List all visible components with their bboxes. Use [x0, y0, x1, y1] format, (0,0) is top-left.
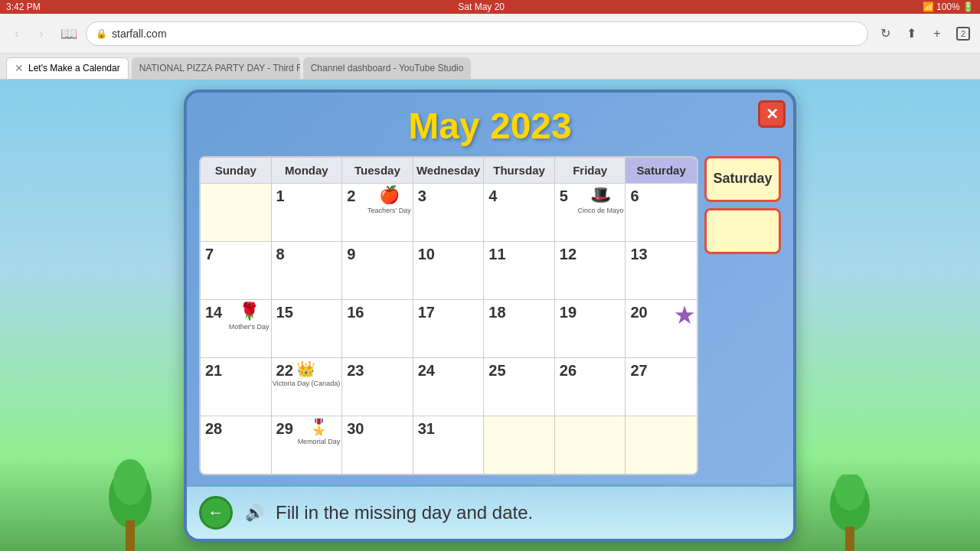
cell-5: 5 🎩 Cinco de Mayo: [555, 184, 626, 241]
cell-15: 15: [272, 300, 343, 357]
calendar-row-3: 14 🌹 Mother's Day 15 16 17 18 19 20 ★: [201, 300, 697, 358]
nav-buttons: ‹ ›: [6, 23, 52, 44]
cell-9: 9: [342, 242, 413, 299]
cell-29: 29 🎖️ Memorial Day: [272, 416, 343, 474]
tab-0[interactable]: ✕ Let's Make a Calendar: [6, 57, 129, 79]
bookmarks-button[interactable]: 📖: [58, 23, 80, 44]
cell-17: 17: [413, 300, 485, 357]
refresh-button[interactable]: ↻: [874, 23, 896, 44]
cell-18: 18: [484, 300, 555, 357]
cell-22-content: 👑 Victoria Day (Canada): [273, 360, 340, 387]
cell-1: 1: [272, 184, 343, 241]
audio-button[interactable]: 🔊: [242, 500, 266, 525]
lock-icon: 🔒: [96, 28, 107, 39]
back-nav-button[interactable]: ‹: [6, 23, 28, 44]
tab-1-label: NATIONAL PIZZA PARTY DAY - Third Friday …: [139, 63, 300, 73]
cell-4: 4: [484, 184, 555, 241]
cell-22: 22 👑 Victoria Day (Canada): [272, 358, 343, 416]
bg-tree-left: [107, 459, 153, 551]
tab-1[interactable]: NATIONAL PIZZA PARTY DAY - Third Friday …: [132, 57, 300, 79]
cell-16: 16: [342, 300, 413, 357]
cell-24: 24: [413, 358, 485, 416]
cell-14-content: 🌹 Mother's Day: [229, 302, 270, 331]
calendar-row-1: 1 2 🍎 Teachers' Day 3 4 5 🎩: [201, 184, 697, 242]
new-tab-button[interactable]: +: [926, 23, 948, 44]
calendar-grid: Sunday Monday Tuesday Wednesday Thursday…: [199, 156, 698, 475]
url-text: starfall.com: [112, 28, 167, 40]
calendar-row-4: 21 22 👑 Victoria Day (Canada) 23 24 25 2…: [201, 358, 697, 416]
sidebar-saturday-box[interactable]: Saturday: [704, 156, 781, 202]
calendar-and-sidebar: Sunday Monday Tuesday Wednesday Thursday…: [199, 156, 781, 475]
cell-3: 3: [413, 184, 485, 241]
calendar-row-2: 7 8 9 10 11 12 13: [201, 242, 697, 300]
status-bar: 3:42 PM Sat May 20 📶 100% 🔋: [0, 0, 980, 14]
close-button[interactable]: ✕: [758, 100, 786, 128]
header-wednesday: Wednesday: [413, 158, 485, 184]
cell-26: 26: [555, 358, 626, 416]
back-button[interactable]: ←: [199, 496, 233, 530]
share-button[interactable]: ⬆: [900, 23, 922, 44]
cell-7: 7: [201, 242, 272, 299]
tab-0-close[interactable]: ✕: [15, 62, 24, 74]
cell-empty-1: [201, 184, 272, 241]
cell-25: 25: [484, 358, 555, 416]
forward-nav-button[interactable]: ›: [31, 23, 52, 44]
cell-2: 2 🍎 Teachers' Day: [342, 184, 413, 241]
sidebar-day-label: Saturday: [713, 171, 772, 187]
cell-19: 19: [555, 300, 626, 357]
calendar-row-5: 28 29 🎖️ Memorial Day 30 31: [201, 416, 697, 474]
browser-chrome: 3:42 PM Sat May 20 📶 100% 🔋 ‹ › 📖 🔒 star…: [0, 0, 980, 80]
status-date: Sat May 20: [458, 2, 505, 12]
header-friday: Friday: [555, 158, 626, 184]
status-icons: 📶 100% 🔋: [923, 2, 974, 12]
cell-21: 21: [201, 358, 272, 416]
svg-point-1: [113, 459, 147, 505]
bottom-section: ← 🔊 Fill in the missing day and date.: [187, 484, 793, 539]
calendar-container: ✕ May 2023 Sunday Monday Tuesday Wednesd…: [184, 90, 796, 542]
cell-8: 8: [272, 242, 343, 299]
cell-27: 27: [626, 358, 697, 416]
address-bar[interactable]: 🔒 starfall.com: [86, 21, 868, 46]
header-saturday: Saturday: [626, 158, 697, 184]
cell-5-content: 🎩 Cinco de Mayo: [577, 185, 623, 214]
cell-empty-2: [484, 416, 555, 474]
tabs-bar: ✕ Let's Make a Calendar NATIONAL PIZZA P…: [0, 54, 980, 80]
header-monday: Monday: [272, 158, 343, 184]
cell-20: 20 ★: [626, 300, 697, 357]
instruction-text: Fill in the missing day and date.: [276, 502, 533, 523]
header-tuesday: Tuesday: [342, 158, 413, 184]
cell-23: 23: [342, 358, 413, 416]
header-sunday: Sunday: [201, 158, 272, 184]
cell-30: 30: [342, 416, 413, 474]
cell-10: 10: [413, 242, 485, 299]
svg-rect-5: [845, 527, 854, 551]
status-time: 3:42 PM: [6, 2, 41, 12]
tab-0-label: Let's Make a Calendar: [28, 63, 120, 73]
cell-2-content: 🍎 Teachers' Day: [368, 185, 411, 214]
tab-2-label: Channel dashboard - YouTube Studio: [311, 63, 464, 73]
main-content: ✕ May 2023 Sunday Monday Tuesday Wednesd…: [0, 80, 980, 551]
cell-12: 12: [555, 242, 626, 299]
sidebar-empty-box[interactable]: [704, 208, 781, 254]
tab-2[interactable]: Channel dashboard - YouTube Studio: [303, 57, 472, 79]
cell-29-content: 🎖️ Memorial Day: [298, 418, 341, 445]
calendar-sidebar: Saturday: [704, 156, 781, 254]
cell-28: 28: [201, 416, 272, 474]
bg-tree-right: [827, 474, 873, 551]
calendar-title: May 2023: [199, 105, 781, 147]
cell-empty-3: [555, 416, 626, 474]
cell-31: 31: [413, 416, 485, 474]
tabs-button[interactable]: 2: [952, 23, 974, 44]
svg-rect-2: [126, 520, 135, 551]
cell-13: 13: [626, 242, 697, 299]
cell-14: 14 🌹 Mother's Day: [201, 300, 272, 357]
cell-11: 11: [484, 242, 555, 299]
cell-empty-4: [626, 416, 697, 474]
cell-6: 6: [626, 184, 697, 241]
browser-toolbar: ‹ › 📖 🔒 starfall.com ↻ ⬆ + 2: [0, 14, 980, 54]
toolbar-actions: ↻ ⬆ + 2: [874, 23, 974, 44]
header-thursday: Thursday: [484, 158, 555, 184]
day-header-row: Sunday Monday Tuesday Wednesday Thursday…: [201, 158, 697, 184]
